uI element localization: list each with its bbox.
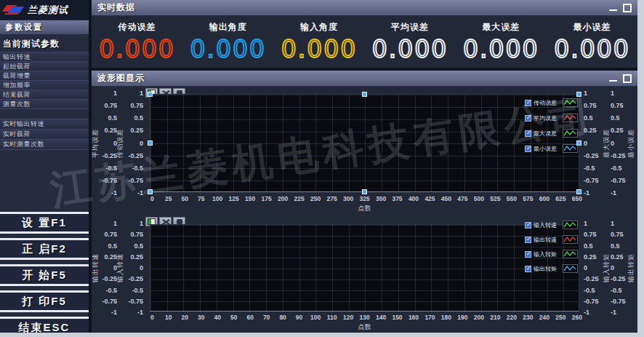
metric-label: 最大误差 <box>482 21 520 33</box>
x-tick: 225 <box>291 195 307 202</box>
window-controls <box>609 74 632 83</box>
x-tick: 220 <box>504 314 520 321</box>
x-tick: 0 <box>144 314 160 321</box>
x-tick: 70 <box>258 314 274 321</box>
maximize-icon[interactable] <box>623 74 632 83</box>
function-button[interactable]: 打 印F5 <box>0 290 89 312</box>
legend-line-icon <box>563 98 578 107</box>
legend-checkbox[interactable] <box>525 266 531 272</box>
y-tick: 0.75 <box>98 103 117 109</box>
function-button[interactable]: 开 始F5 <box>0 264 89 286</box>
y-tick: -0.25 <box>584 276 603 282</box>
section-current-test-params: 当前测试参数 <box>0 36 89 52</box>
resize-handle[interactable] <box>148 189 153 194</box>
y-tick: -0.25 <box>124 153 143 159</box>
x-tick: 525 <box>487 195 503 202</box>
y-tick: 1 <box>98 90 117 97</box>
app-window: 兰菱测试 参数设置 当前测试参数 输出转速起始载荷载荷增量增加频率结束载荷测量次… <box>0 0 644 337</box>
param-item: 增加频率 <box>0 81 89 90</box>
x-axis-label: 点数 <box>150 204 579 213</box>
y-tick: 0 <box>98 140 117 147</box>
x-tick: 110 <box>323 314 339 321</box>
y-tick: -0.25 <box>98 276 117 282</box>
resize-handle[interactable] <box>148 140 153 146</box>
x-tick: 140 <box>373 314 389 321</box>
legend-row: 传动误差 <box>525 98 579 107</box>
x-tick: 120 <box>340 314 356 321</box>
y-axis-title-right-inner: 输入转矩 <box>602 253 611 282</box>
legend-label: 最大误差 <box>534 130 560 138</box>
param-item: 结束载荷 <box>0 90 89 100</box>
maximize-icon[interactable] <box>623 4 632 12</box>
x-tick: 130 <box>356 314 372 321</box>
metric-cell: 传动误差 0.000 <box>92 16 182 67</box>
legend-checkbox[interactable] <box>525 146 531 152</box>
metric-value: 0.000 <box>190 35 266 63</box>
resize-handle[interactable] <box>576 189 581 194</box>
y-tick: -0.5 <box>98 165 117 172</box>
x-tick: 10 <box>160 314 176 321</box>
x-tick: 175 <box>258 195 274 202</box>
x-tick: 375 <box>389 195 405 202</box>
function-button[interactable]: 设 置F1 <box>0 212 89 234</box>
function-button[interactable]: 结束ESC <box>0 317 89 333</box>
realtime-panel-titlebar: 实时数据 <box>92 0 637 16</box>
legend-checkbox[interactable] <box>525 237 531 243</box>
y-tick: 1 <box>124 221 143 227</box>
metric-cell: 最小误差 0.000 <box>547 16 637 67</box>
y-tick: 0.75 <box>584 103 603 109</box>
resize-handle[interactable] <box>148 92 153 97</box>
x-tick: 0 <box>144 195 160 202</box>
minimize-icon[interactable] <box>609 9 617 11</box>
x-tick: 30 <box>193 314 209 321</box>
metric-value: 0.000 <box>281 35 357 63</box>
x-tick: 210 <box>487 314 503 321</box>
y-tick: 1 <box>611 221 629 227</box>
legend-checkbox[interactable] <box>525 115 531 122</box>
legend-checkbox[interactable] <box>525 130 531 137</box>
metric-cell: 平均误差 0.000 <box>365 16 456 67</box>
resize-handle[interactable] <box>362 189 367 194</box>
y-axis-ticks: 10.750.50.250-0.25-0.5-0.75-1 <box>584 221 603 316</box>
x-tick: 150 <box>242 195 258 202</box>
y-axis-ticks: 10.750.50.250-0.25-0.5-0.75-1 <box>98 90 117 197</box>
resize-handle[interactable] <box>576 140 581 146</box>
legend-row: 输入转速 <box>525 221 579 229</box>
minimize-icon[interactable] <box>609 80 617 82</box>
legend-checkbox[interactable] <box>525 100 531 106</box>
y-tick: -0.25 <box>584 153 603 159</box>
y-tick: -1 <box>124 309 143 316</box>
legend-line-icon <box>563 144 578 153</box>
y-tick: 0.25 <box>584 127 603 134</box>
legend-checkbox[interactable] <box>525 251 531 258</box>
x-tick: 325 <box>356 195 372 202</box>
param-item: 测量次数 <box>0 100 89 109</box>
y-tick: 0.25 <box>124 254 143 261</box>
y-tick: -0.75 <box>124 178 143 184</box>
param-item: 起始载荷 <box>0 62 89 71</box>
legend-line-icon <box>563 250 578 258</box>
brand-logo-icon <box>3 4 25 16</box>
y-tick: 0.5 <box>584 115 603 122</box>
realtime-panel-title: 实时数据 <box>97 1 135 14</box>
y-tick: -0.5 <box>584 165 603 172</box>
y-tick: -1 <box>124 190 143 197</box>
sidebar: 兰菱测试 参数设置 当前测试参数 输出转速起始载荷载荷增量增加频率结束载荷测量次… <box>0 0 89 333</box>
function-button[interactable]: 正 启F2 <box>0 238 89 260</box>
section-parameter-settings: 参数设置 <box>0 20 89 34</box>
legend-checkbox[interactable] <box>525 222 531 229</box>
y-tick: 0.25 <box>584 254 603 261</box>
resize-handle[interactable] <box>362 92 367 97</box>
x-tick: 50 <box>177 195 193 202</box>
resize-handle[interactable] <box>576 92 581 97</box>
y-tick: -0.5 <box>124 165 143 172</box>
y-axis-title-right-outer: 最小误差 <box>627 129 636 158</box>
param-list: 输出转速起始载荷载荷增量增加频率结束载荷测量次数 <box>0 52 89 109</box>
y-tick: 0.75 <box>584 231 603 238</box>
y-tick: -0.75 <box>611 178 629 184</box>
metric-label: 传动误差 <box>118 21 156 33</box>
x-tick: 50 <box>225 314 241 321</box>
realtime-data-panel: 实时数据 传动误差 0.000 输出角度 0.000 输入角度 0.000 <box>92 0 637 68</box>
error-chart: 平均误差 10.750.50.250-0.25-0.5-0.75-1 传动误差 … <box>92 86 637 217</box>
y-tick: -0.75 <box>98 178 117 184</box>
